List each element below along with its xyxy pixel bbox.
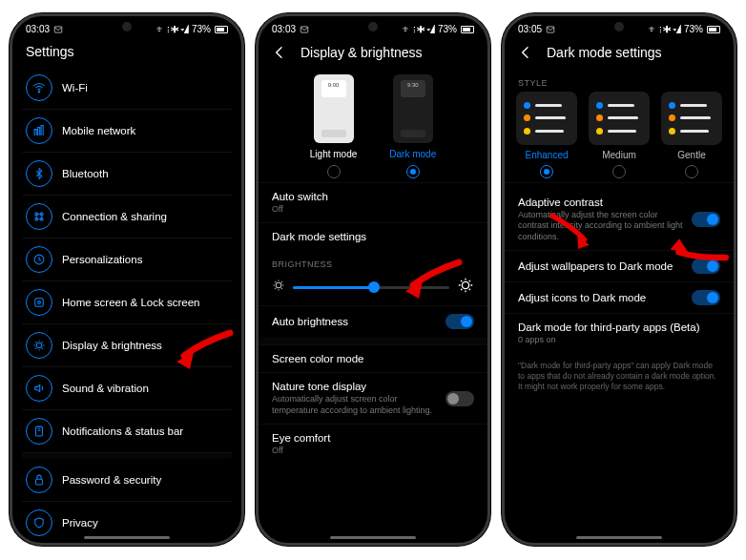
row-wifi[interactable]: Wi-Fi (22, 67, 232, 110)
section-style: STYLE (505, 69, 734, 92)
mode-label: Dark mode (389, 149, 436, 159)
row-description: Automatically adjust screen color temper… (272, 394, 438, 416)
back-button[interactable] (272, 44, 289, 61)
brightness-high-icon (457, 277, 474, 298)
status-right: ᯤ ⋮ ✱ ▾◢ 73% (649, 24, 720, 34)
home-indicator[interactable] (576, 536, 662, 539)
row-home-lock[interactable]: Home screen & Lock screen (22, 281, 232, 324)
radio-on[interactable] (540, 165, 553, 178)
row-third-party[interactable]: Dark mode for third-party apps (Beta) 0 … (505, 313, 734, 353)
phone-dark-mode-settings: 03:05 ᯤ ⋮ ✱ ▾◢ 73% Dark mode settings ST… (502, 13, 736, 546)
row-label: Notifications & status bar (62, 425, 228, 437)
page-title: Dark mode settings (547, 45, 662, 60)
status-icons: ᯤ ⋮ ✱ ▾◢ (403, 25, 434, 34)
row-label: Bluetooth (62, 168, 228, 179)
style-options: Enhanced Medium Gentle (505, 92, 734, 182)
privacy-icon (26, 509, 52, 536)
row-auto-brightness[interactable]: Auto brightness (259, 305, 487, 337)
status-left: 03:03 (26, 24, 63, 34)
row-label: Sound & vibration (62, 383, 228, 394)
brightness-slider[interactable] (259, 273, 487, 305)
page-title: Settings (26, 44, 74, 59)
light-preview: 9:00 (314, 74, 354, 143)
status-time: 03:03 (272, 24, 296, 34)
row-adjust-icons[interactable]: Adjust icons to Dark mode (505, 281, 734, 313)
row-label: Home screen & Lock screen (62, 297, 228, 308)
style-medium[interactable]: Medium (589, 92, 650, 178)
mode-previews: 9:00 Light mode 9:30 Dark mode (259, 69, 487, 182)
row-label: Adjust icons to Dark mode (518, 292, 646, 303)
radio-off[interactable] (685, 165, 698, 178)
dark-mode-option[interactable]: 9:30 Dark mode (389, 74, 436, 178)
row-eye-comfort[interactable]: Eye comfort Off (259, 424, 487, 464)
battery-text: 73% (192, 24, 211, 34)
page-title: Display & brightness (300, 45, 423, 60)
style-label: Medium (602, 150, 636, 160)
row-dark-mode-settings[interactable]: Dark mode settings (259, 222, 487, 250)
battery-text: 73% (684, 24, 703, 34)
camera-notch (368, 22, 378, 31)
row-nature-tone[interactable]: Nature tone display Automatically adjust… (259, 372, 487, 424)
row-connection-sharing[interactable]: Connection & sharing (22, 196, 232, 239)
personal-icon (26, 246, 52, 273)
row-screen-color-mode[interactable]: Screen color mode (259, 344, 487, 372)
row-label: Mobile network (62, 125, 228, 136)
row-bluetooth[interactable]: Bluetooth (22, 153, 232, 196)
style-gentle[interactable]: Gentle (661, 92, 722, 178)
battery-icon (461, 26, 474, 33)
row-notifications[interactable]: Notifications & status bar (22, 410, 232, 453)
radio-off[interactable] (327, 165, 341, 178)
toggle-on[interactable] (692, 259, 720, 274)
toggle-on[interactable] (446, 314, 474, 329)
section-brightness: BRIGHTNESS (259, 250, 487, 273)
row-adjust-wallpapers[interactable]: Adjust wallpapers to Dark mode (505, 250, 734, 281)
style-label: Gentle (677, 150, 705, 160)
phone-settings: 03:03 ᯤ ⋮ ✱ ▾◢ 73% Settings Wi-Fi Mobile… (10, 13, 244, 546)
toggle-on[interactable] (692, 290, 720, 305)
status-icons: ᯤ ⋮ ✱ ▾◢ (156, 25, 188, 34)
row-password-security[interactable]: Password & security (22, 453, 232, 502)
row-label: Dark mode settings (272, 231, 366, 242)
row-personalizations[interactable]: Personalizations (22, 239, 232, 281)
style-card (516, 92, 577, 145)
row-display-brightness[interactable]: Display & brightness (22, 324, 232, 367)
style-enhanced[interactable]: Enhanced (516, 92, 577, 178)
toggle-off[interactable] (446, 391, 474, 406)
home-indicator[interactable] (330, 536, 416, 539)
row-label: Connection & sharing (62, 211, 228, 222)
back-button[interactable] (518, 44, 535, 61)
slider-thumb[interactable] (368, 281, 380, 293)
row-label: Privacy (62, 517, 228, 529)
toggle-on[interactable] (692, 212, 720, 227)
row-label: Display & brightness (62, 340, 228, 351)
battery-icon (215, 26, 228, 33)
row-label: Adaptive contrast (518, 197, 684, 208)
radio-off[interactable] (612, 165, 626, 178)
row-adaptive-contrast[interactable]: Adaptive contrast Automatically adjust t… (505, 182, 734, 250)
row-label: Wi-Fi (62, 82, 228, 93)
row-sound-vibration[interactable]: Sound & vibration (22, 367, 232, 410)
slider-track[interactable] (293, 286, 449, 289)
status-left: 03:03 (272, 24, 309, 34)
preview-time: 9:00 (314, 82, 354, 88)
bluetooth-icon (26, 160, 52, 187)
style-card (661, 92, 722, 145)
header: Settings (12, 38, 241, 67)
row-label: Dark mode for third-party apps (Beta) (518, 321, 699, 333)
radio-on[interactable] (406, 165, 420, 178)
status-left: 03:05 (518, 24, 555, 34)
phone-display-brightness: 03:03 ᯤ ⋮ ✱ ▾◢ 73% Display & brightness … (256, 13, 490, 546)
gmail-icon (546, 25, 555, 34)
status-right: ᯤ ⋮ ✱ ▾◢ 73% (403, 24, 474, 34)
header: Dark mode settings (505, 38, 734, 69)
mobile-icon (26, 117, 52, 144)
light-mode-option[interactable]: 9:00 Light mode (310, 74, 357, 178)
divider (259, 337, 487, 344)
slider-fill (293, 286, 374, 289)
row-auto-switch[interactable]: Auto switch Off (259, 182, 487, 222)
row-mobile-network[interactable]: Mobile network (22, 110, 232, 153)
row-label: Auto brightness (272, 316, 348, 327)
row-label: Nature tone display (272, 381, 438, 392)
home-indicator[interactable] (84, 536, 170, 539)
row-label: Adjust wallpapers to Dark mode (518, 260, 673, 272)
